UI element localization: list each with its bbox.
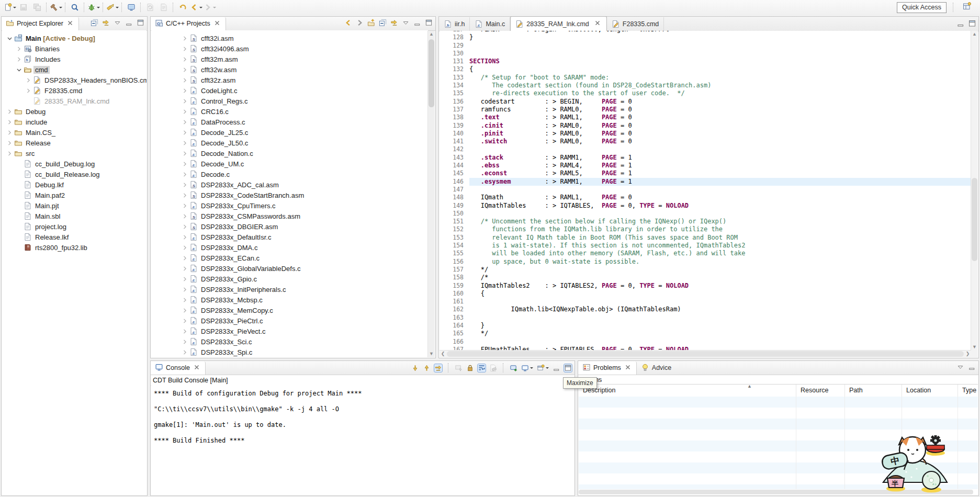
chevron-right-icon[interactable] — [181, 286, 189, 293]
minimize-icon[interactable] — [968, 363, 976, 373]
file-item[interactable]: .cDSP2833x_ECan.c — [151, 253, 428, 263]
file-item[interactable]: .cDSP2833x_GlobalVariableDefs.c — [151, 263, 428, 274]
flash-button[interactable] — [106, 1, 119, 14]
open-perspective-button[interactable] — [960, 1, 974, 14]
file-item[interactable]: .cDSP2833x_DefaultIsr.c — [151, 232, 428, 242]
tree-item[interactable]: Release.lkf — [2, 232, 147, 242]
file-item[interactable]: .SDSP2833x_CSMPasswords.asm — [151, 211, 428, 221]
minimize-icon[interactable] — [125, 19, 133, 29]
tree-item[interactable]: Release — [2, 138, 147, 148]
chevron-right-icon[interactable] — [181, 129, 189, 136]
project-tree[interactable]: ccsMain [Active - Debug]01BinarieshInclu… — [2, 30, 147, 495]
tree-item[interactable]: Debug.lkf — [2, 179, 147, 190]
file-item[interactable]: .cDecode_Nation.c — [151, 148, 428, 159]
column-header-resource[interactable]: Resource — [796, 385, 845, 397]
file-item[interactable]: .cControl_Regs.c — [151, 96, 428, 106]
chevron-right-icon[interactable] — [15, 46, 24, 52]
cpp-file-tree[interactable]: .Scfft32i.asm.Scfft32i4096.asm.Scfft32m.… — [151, 30, 428, 357]
tree-item[interactable]: hIncludes — [2, 54, 147, 64]
tab-advice[interactable]: Advice — [637, 362, 676, 375]
chevron-right-icon[interactable] — [181, 265, 189, 272]
minimize-icon[interactable] — [553, 364, 560, 372]
file-item[interactable]: .cDSP2833x_PieVect.c — [151, 326, 428, 336]
column-header-type[interactable]: Type — [958, 385, 980, 397]
chevron-right-icon[interactable] — [5, 119, 14, 126]
tree-item[interactable]: DSP2833x_Headers_nonBIOS.cmd — [2, 75, 147, 85]
chevron-right-icon[interactable] — [181, 297, 189, 303]
save-all-button[interactable] — [30, 1, 44, 14]
doc-button[interactable] — [157, 1, 171, 14]
file-item[interactable]: .cDSP2833x_InitPeripherals.c — [151, 284, 428, 295]
refresh-doc-button[interactable] — [143, 1, 157, 14]
new-console-icon[interactable] — [537, 364, 549, 372]
file-item[interactable]: .Scfft32z.asm — [151, 75, 428, 85]
chevron-right-icon[interactable] — [181, 119, 189, 126]
display-console-icon[interactable] — [521, 364, 533, 372]
chevron-right-icon[interactable] — [5, 129, 14, 136]
chevron-right-icon[interactable] — [181, 223, 189, 230]
file-item[interactable]: .cCodeLight.c — [151, 85, 428, 96]
tree-item[interactable]: Main.pjt — [2, 200, 147, 211]
code-editor[interactable]: 127 FLASH : origin = 0x300000, length = … — [440, 31, 971, 351]
tab-cpp-projects[interactable]: C C/C++ Projects — [151, 17, 226, 30]
chevron-right-icon[interactable] — [181, 234, 189, 241]
tree-item[interactable]: Main.sbl — [2, 211, 147, 221]
chevron-down-icon[interactable] — [15, 66, 24, 73]
clear-console-icon[interactable] — [489, 364, 497, 372]
chevron-right-icon[interactable] — [181, 150, 189, 157]
file-item[interactable]: .cDecode_JL50.c — [151, 138, 428, 148]
chevron-right-icon[interactable] — [181, 192, 189, 199]
dropdown-caret-icon[interactable] — [59, 7, 62, 10]
word-wrap-icon[interactable] — [478, 364, 486, 372]
dropdown-caret-icon[interactable] — [97, 7, 100, 10]
chevron-right-icon[interactable] — [181, 46, 189, 52]
tree-item[interactable]: cc_build_Release.log — [2, 169, 147, 179]
close-icon[interactable] — [593, 19, 602, 29]
scroll-lock-icon[interactable] — [466, 364, 474, 372]
chevron-down-icon[interactable] — [5, 35, 14, 42]
file-item[interactable]: .cDataProcess.c — [151, 117, 428, 127]
chevron-right-icon[interactable] — [181, 35, 189, 42]
close-icon[interactable] — [213, 19, 221, 29]
tree-item[interactable]: F28335.cmd — [2, 85, 147, 96]
file-item[interactable]: .SDSP2833x_DBGIER.asm — [151, 221, 428, 232]
search-button[interactable] — [68, 1, 82, 14]
debug-bug-button[interactable] — [87, 1, 100, 14]
file-item[interactable]: .cDSP2833x_Mcbsp.c — [151, 295, 428, 305]
chevron-right-icon[interactable] — [181, 307, 189, 314]
chevron-right-icon[interactable] — [181, 244, 189, 251]
chevron-right-icon[interactable] — [181, 77, 189, 84]
file-item[interactable]: .cDecode_JL25.c — [151, 127, 428, 138]
tree-item[interactable]: cc_build_Debug.log — [2, 159, 147, 169]
chevron-right-icon[interactable] — [181, 255, 189, 262]
tree-item[interactable]: 28335_RAM_lnk.cmd — [2, 96, 147, 106]
back-icon[interactable] — [344, 19, 352, 29]
console-output[interactable]: **** Build of configuration Debug for pr… — [151, 386, 574, 495]
editor-tab-28335_RAM_lnk.cmd[interactable]: 28335_RAM_lnk.cmd — [510, 16, 607, 31]
link-editor-icon[interactable] — [102, 19, 110, 29]
chevron-right-icon[interactable] — [5, 150, 14, 157]
link-editor-icon[interactable] — [390, 19, 398, 29]
file-item[interactable]: .Scfft32i4096.asm — [151, 43, 428, 54]
tree-item[interactable]: src — [2, 148, 147, 159]
editor-vscrollbar[interactable]: ▲ ▼ — [971, 31, 978, 351]
sync-icon[interactable] — [434, 364, 442, 372]
file-item[interactable]: .cDSP2833x_CpuTimers.c — [151, 200, 428, 211]
chevron-right-icon[interactable] — [181, 161, 189, 167]
tab-console[interactable]: Console — [151, 362, 206, 375]
tree-item[interactable]: include — [2, 117, 147, 127]
file-item[interactable]: .Scfft32i.asm — [151, 33, 428, 43]
chevron-right-icon[interactable] — [181, 98, 189, 105]
open-console-icon[interactable] — [510, 364, 517, 372]
tree-item[interactable]: Main.CS_ — [2, 127, 147, 138]
file-item[interactable]: .Scfft32w.asm — [151, 64, 428, 75]
save-button[interactable] — [17, 1, 30, 14]
chevron-right-icon[interactable] — [181, 202, 189, 209]
tree-item[interactable]: rts2800_fpu32.lib — [2, 242, 147, 253]
tree-item[interactable]: project.log — [2, 221, 147, 232]
quick-access-button[interactable]: Quick Access — [897, 2, 947, 13]
file-item[interactable]: .cDSP2833x_DMA.c — [151, 242, 428, 253]
new-file-button[interactable] — [3, 1, 17, 14]
dropdown-caret-icon[interactable] — [199, 7, 202, 10]
chevron-right-icon[interactable] — [5, 108, 14, 115]
